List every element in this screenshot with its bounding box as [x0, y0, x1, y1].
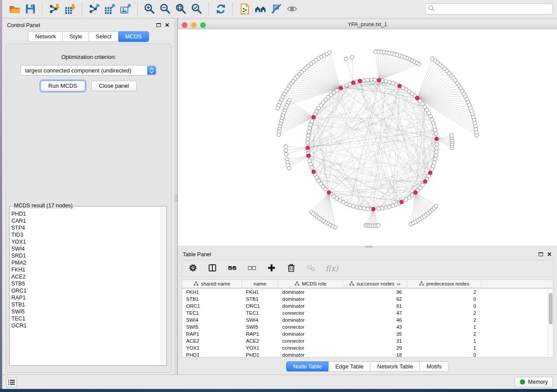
close-table-panel-icon[interactable]: ✕ [547, 252, 552, 257]
column-header-shared-name[interactable]: shared name [182, 280, 242, 288]
zoom-selected-icon[interactable] [189, 2, 204, 17]
table-row[interactable]: RAP1RAP1dominator352 [182, 330, 553, 337]
network-node[interactable] [432, 124, 436, 128]
network-node[interactable] [306, 137, 310, 141]
table-row[interactable]: FKH1FKH1dominator962 [182, 289, 553, 296]
network-node[interactable] [309, 123, 313, 127]
cell-name[interactable]: ACE2 [242, 338, 278, 344]
network-node[interactable] [309, 162, 313, 166]
cell-successor_nodes[interactable]: 96 [343, 289, 407, 295]
zoom-in-icon[interactable] [142, 2, 157, 17]
new-network-from-selection-icon[interactable] [237, 2, 253, 17]
cell-predecessor_nodes[interactable]: 1 [407, 338, 481, 344]
network-node[interactable] [366, 207, 370, 211]
tab-node-table[interactable]: Node Table [286, 361, 329, 371]
mcds-result-item[interactable]: FKH1 [11, 266, 159, 273]
cell-shared_name[interactable]: ORC1 [182, 303, 242, 309]
network-node[interactable] [381, 206, 384, 210]
hide-selected-icon[interactable] [268, 2, 284, 17]
tab-network[interactable]: Network [28, 31, 63, 42]
tab-network-table[interactable]: Network Table [370, 361, 420, 371]
cell-predecessor_nodes[interactable]: 1 [407, 324, 481, 330]
table-scrollbar-thumb[interactable] [549, 293, 553, 324]
network-canvas[interactable] [178, 29, 557, 246]
mcds-hub-node[interactable] [400, 200, 404, 204]
mcds-hub-node[interactable] [377, 79, 381, 83]
cell-predecessor_nodes[interactable]: 1 [407, 345, 481, 351]
network-node[interactable] [359, 206, 363, 210]
network-node[interactable] [362, 207, 366, 211]
mcds-hub-node[interactable] [351, 81, 355, 85]
cell-shared_name[interactable]: STB1 [182, 296, 242, 302]
network-node[interactable] [434, 132, 438, 136]
delete-columns-icon[interactable] [286, 263, 297, 274]
network-node[interactable] [418, 99, 422, 103]
zoom-fit-icon[interactable] [173, 2, 189, 17]
table-row[interactable]: TEC1TEC1connector472 [182, 309, 553, 316]
minimize-window-traffic-light[interactable] [191, 22, 197, 28]
column-header-successor-nodes[interactable]: successor nodes [343, 280, 407, 288]
network-node[interactable] [384, 206, 388, 210]
column-header-name[interactable]: name [242, 280, 278, 288]
table-scrollbar[interactable] [547, 289, 553, 357]
cell-successor_nodes[interactable]: 31 [343, 338, 407, 344]
network-node[interactable] [432, 161, 436, 165]
network-node[interactable] [433, 128, 437, 132]
network-node[interactable] [310, 119, 314, 123]
cell-predecessor_nodes[interactable]: 0 [407, 296, 481, 302]
import-network-icon[interactable] [46, 2, 62, 17]
export-table-icon[interactable] [102, 2, 118, 17]
cell-successor_nodes[interactable]: 46 [343, 317, 407, 323]
network-node[interactable] [384, 79, 388, 83]
network-node[interactable] [284, 149, 288, 153]
mcds-hub-node[interactable] [307, 154, 311, 158]
run-mcds-button[interactable]: Run MCDS [41, 81, 85, 91]
table-row[interactable]: ORC1ORC1dominator610 [182, 303, 553, 309]
cell-predecessor_nodes[interactable]: 0 [407, 303, 481, 309]
network-node[interactable] [435, 150, 439, 154]
tab-style[interactable]: Style [63, 31, 89, 42]
cell-name[interactable]: YOX1 [242, 345, 278, 351]
network-node[interactable] [401, 86, 405, 89]
cell-name[interactable]: FKH1 [242, 289, 278, 295]
network-node[interactable] [306, 134, 310, 138]
table-row[interactable]: SWI5SWI5connector431 [182, 323, 553, 330]
network-node[interactable] [308, 159, 311, 163]
cell-mcds_role[interactable]: connector [278, 338, 343, 344]
cell-successor_nodes[interactable]: 47 [343, 310, 407, 316]
mcds-hub-node[interactable] [429, 171, 432, 175]
cell-name[interactable]: ORC1 [242, 303, 278, 309]
network-node[interactable] [362, 79, 366, 83]
optimization-criterion-select[interactable]: largest connected component (undirected) [21, 65, 157, 76]
cell-shared_name[interactable]: SWI5 [182, 324, 242, 330]
network-node[interactable] [421, 183, 425, 187]
cell-shared_name[interactable]: FKH1 [182, 289, 242, 295]
mcds-result-item[interactable]: SWI4 [11, 245, 159, 252]
cell-predecessor_nodes[interactable]: 0 [407, 352, 481, 358]
apply-layout-icon[interactable] [213, 2, 228, 17]
mcds-result-item[interactable]: ACE2 [11, 273, 159, 280]
mcds-hub-node[interactable] [306, 146, 310, 150]
tab-edge-table[interactable]: Edge Table [329, 361, 370, 371]
import-table-icon[interactable] [62, 2, 78, 17]
close-window-traffic-light[interactable] [182, 22, 187, 28]
cell-mcds_role[interactable]: dominator [278, 317, 343, 323]
column-header-predecessor-nodes[interactable]: predecessor nodes [407, 280, 481, 288]
memory-button[interactable]: Memory [515, 377, 553, 388]
mcds-result-item[interactable]: STB5 [11, 280, 159, 287]
mcds-hub-node[interactable] [423, 180, 427, 184]
select-all-columns-icon[interactable] [227, 263, 238, 274]
mcds-result-item[interactable]: YOX1 [11, 238, 159, 245]
network-node[interactable] [284, 152, 288, 156]
cell-mcds_role[interactable]: connector [278, 345, 343, 351]
network-node[interactable] [276, 107, 280, 110]
search-box[interactable] [425, 3, 553, 14]
table-settings-icon[interactable] [188, 263, 198, 274]
cell-name[interactable]: STB1 [242, 296, 278, 302]
task-history-button[interactable] [6, 377, 17, 387]
table-row[interactable]: STB1STB1dominator620 [182, 296, 553, 303]
cell-shared_name[interactable]: RAP1 [182, 331, 242, 337]
network-node[interactable] [355, 205, 359, 209]
mcds-hub-node[interactable] [327, 191, 331, 195]
search-input[interactable] [435, 6, 550, 13]
